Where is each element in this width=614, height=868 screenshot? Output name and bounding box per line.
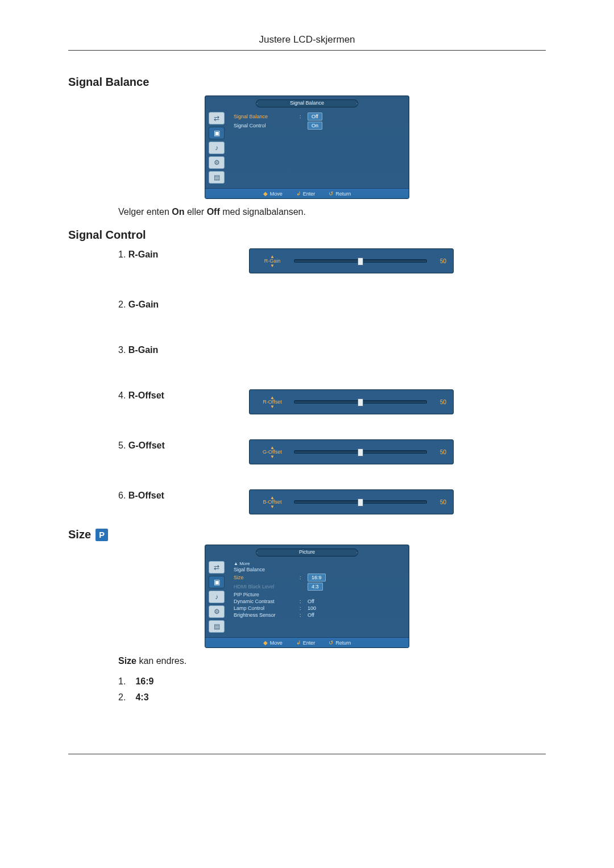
osd-row-signal-control: Signal Control On — [234, 121, 404, 130]
list-item-graphic: ▲ B-Offset ▼ 50 — [249, 489, 546, 514]
osd-row: Lamp Control:100 — [234, 605, 404, 612]
enter-icon: ↲ — [296, 190, 301, 197]
osd-icon-rail: ⇄ ▣ ♪ ⚙ ▤ — [205, 556, 228, 637]
osd-row-value[interactable]: Off — [308, 113, 322, 121]
move-icon: ◆ — [263, 190, 268, 197]
list-item-text: 2. G-Gain — [118, 298, 226, 310]
osd-row-signal-balance: Signal Balance : Off — [234, 112, 404, 121]
osd-row: Dynamic Contrast:Off — [234, 598, 404, 605]
slider-label: ▲ G-Offset ▼ — [256, 446, 288, 459]
slider-thumb[interactable] — [358, 258, 363, 265]
osd-title-bar: Signal Balance — [256, 99, 358, 107]
page-header: Justere LCD-skjermen — [68, 34, 546, 51]
list-item: 6. B-Offset ▲ B-Offset ▼ 50 — [118, 489, 546, 514]
osd-footer-enter: ↲Enter — [296, 639, 316, 646]
p-badge-icon: P — [96, 529, 108, 541]
signal-balance-description: Velger enten On eller Off med signalbala… — [118, 207, 546, 217]
osd-row: Sigal Balance — [234, 566, 404, 573]
heading-size-row: Size P — [68, 528, 546, 541]
osd-signal-balance: Signal Balance ⇄ ▣ ♪ ⚙ ▤ Signal Balance … — [205, 95, 409, 199]
move-icon: ◆ — [263, 639, 268, 646]
arrow-down-icon: ▼ — [270, 455, 275, 459]
sound-icon: ♪ — [209, 591, 225, 603]
list-item: 4. R-Offset ▲ R-Offset ▼ 50 — [118, 389, 546, 414]
list-item: 3. B-Gain — [118, 344, 546, 355]
list-item-text: 6. B-Offset — [118, 489, 226, 501]
sound-icon: ♪ — [209, 142, 225, 154]
arrow-down-icon: ▼ — [270, 264, 275, 268]
list-item: 1. 16:9 — [118, 676, 546, 687]
arrow-down-icon: ▼ — [270, 405, 275, 409]
slider-g-offset[interactable]: ▲ G-Offset ▼ 50 — [249, 439, 454, 464]
slider-r-offset[interactable]: ▲ R-Offset ▼ 50 — [249, 389, 454, 414]
osd-footer-return: ↺Return — [329, 639, 351, 646]
arrow-down-icon: ▼ — [270, 505, 275, 509]
slider-thumb[interactable] — [358, 448, 363, 456]
page: Justere LCD-skjermen Signal Balance Sign… — [68, 34, 546, 754]
slider-r-gain[interactable]: ▲ R-Gain ▼ 50 — [249, 248, 454, 273]
osd-row-label: Signal Balance — [234, 114, 296, 119]
osd-title-bar: Picture — [256, 549, 358, 556]
osd-row: HDMI Black Level 4:3 — [234, 582, 404, 591]
slider-label: ▲ R-Gain ▼ — [256, 255, 288, 268]
multi-icon: ▤ — [209, 620, 225, 633]
list-item-text: 1. R-Gain — [118, 248, 226, 260]
osd-picture-wrap: Picture ⇄ ▣ ♪ ⚙ ▤ ▲ More Sigal Balance S… — [68, 545, 546, 648]
osd-footer: ◆Move ↲Enter ↺Return — [205, 188, 409, 198]
slider-thumb[interactable] — [358, 499, 363, 506]
osd-content: ▲ More Sigal Balance Size : 16:9 HDMI Bl… — [228, 556, 409, 637]
heading-signal-balance: Signal Balance — [68, 76, 546, 89]
input-icon: ⇄ — [209, 112, 225, 124]
osd-footer: ◆Move ↲Enter ↺Return — [205, 637, 409, 647]
list-item-text: 4. R-Offset — [118, 389, 226, 401]
slider-track[interactable] — [294, 450, 427, 454]
osd-footer-enter: ↲Enter — [296, 190, 316, 197]
slider-value: 50 — [433, 499, 446, 505]
setup-icon: ⚙ — [209, 605, 225, 618]
slider-thumb[interactable] — [358, 398, 363, 406]
osd-content: Signal Balance : Off Signal Control On — [228, 107, 409, 188]
osd-footer-return: ↺Return — [329, 190, 351, 197]
osd-body: ⇄ ▣ ♪ ⚙ ▤ Signal Balance : Off Sign — [205, 107, 409, 188]
osd-body: ⇄ ▣ ♪ ⚙ ▤ ▲ More Sigal Balance Size : 16… — [205, 556, 409, 637]
list-item-text: 3. B-Gain — [118, 344, 226, 355]
osd-row: Brightness Sensor:Off — [234, 612, 404, 618]
osd-more: ▲ More — [234, 561, 404, 566]
multi-icon: ▤ — [209, 171, 225, 184]
slider-track[interactable] — [294, 400, 427, 404]
slider-label: ▲ R-Offset ▼ — [256, 396, 288, 409]
list-item: 1. R-Gain ▲ R-Gain ▼ 50 — [118, 248, 546, 273]
list-item-text: 5. G-Offset — [118, 439, 226, 451]
slider-track[interactable] — [294, 500, 427, 504]
input-icon: ⇄ — [209, 561, 225, 574]
osd-footer-move: ◆Move — [263, 639, 283, 646]
page-footer-rule — [68, 754, 546, 754]
picture-icon: ▣ — [209, 576, 225, 588]
return-icon: ↺ — [329, 639, 333, 646]
list-item: 2. 4:3 — [118, 692, 546, 703]
slider-value: 50 — [433, 258, 446, 264]
return-icon: ↺ — [329, 190, 333, 197]
list-item: 5. G-Offset ▲ G-Offset ▼ 50 — [118, 439, 546, 464]
enter-icon: ↲ — [296, 639, 301, 646]
picture-icon: ▣ — [209, 127, 225, 139]
osd-icon-rail: ⇄ ▣ ♪ ⚙ ▤ — [205, 107, 228, 188]
list-item-graphic: ▲ R-Offset ▼ 50 — [249, 389, 546, 414]
slider-value: 50 — [433, 449, 446, 455]
osd-row-value[interactable]: 4:3 — [308, 583, 323, 591]
osd-row-label: Signal Control — [234, 123, 296, 128]
size-options: 1. 16:9 2. 4:3 — [118, 676, 546, 703]
heading-signal-control: Signal Control — [68, 229, 546, 242]
signal-control-list: 1. R-Gain ▲ R-Gain ▼ 50 — [68, 248, 546, 514]
slider-value: 50 — [433, 399, 446, 405]
osd-picture: Picture ⇄ ▣ ♪ ⚙ ▤ ▲ More Sigal Balance S… — [205, 545, 409, 648]
list-item-graphic: ▲ G-Offset ▼ 50 — [249, 439, 546, 464]
section-size: Size P Picture ⇄ ▣ ♪ ⚙ ▤ ▲ More Sigal Ba… — [68, 528, 546, 703]
osd-row-value[interactable]: On — [308, 122, 322, 130]
size-description: Size kan endres. — [118, 656, 546, 666]
osd-row-value[interactable]: 16:9 — [308, 574, 326, 582]
slider-track[interactable] — [294, 259, 427, 263]
list-item: 2. G-Gain — [118, 298, 546, 310]
slider-label: ▲ B-Offset ▼ — [256, 496, 288, 509]
slider-b-offset[interactable]: ▲ B-Offset ▼ 50 — [249, 489, 454, 514]
